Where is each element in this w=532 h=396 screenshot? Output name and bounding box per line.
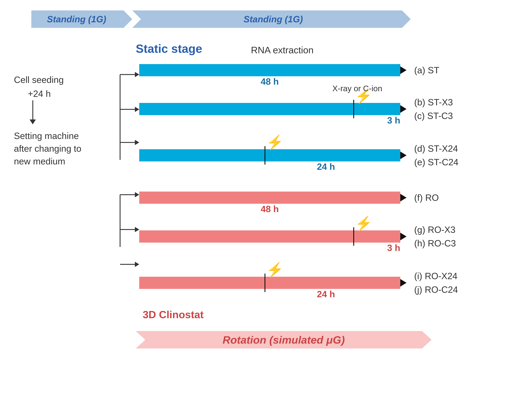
- timeline-row-bc: ⚡ X-ray or C-ion 3 h (b) ST-X3 (c) ST-C3: [139, 95, 518, 122]
- arrow-ij: [400, 279, 406, 287]
- xray-label: X-ray or C-ion: [332, 84, 382, 93]
- timelines-container: 48 h (a) ST ⚡ X-ray or C-ion: [139, 64, 518, 320]
- setting-machine-text: Setting machineafter changing tonew medi…: [14, 129, 81, 168]
- tick-bc: [353, 100, 354, 118]
- time-label-gh: 3 h: [387, 243, 400, 253]
- time-label-bc: 3 h: [387, 115, 400, 126]
- time-label-de: 24 h: [317, 161, 335, 172]
- lightning-de: ⚡: [266, 135, 284, 149]
- lightning-ij: ⚡: [266, 263, 284, 277]
- timeline-row-de: ⚡ 24 h (d) ST-X24 (e) ST-C24: [139, 142, 518, 169]
- standing-left-label: Standing (1G): [47, 14, 106, 24]
- tick-gh: [353, 227, 354, 246]
- bar-a: [139, 64, 400, 76]
- svg-marker-5: [135, 107, 139, 112]
- diagram-area: Cell seeding +24 h Setting machineafter …: [14, 64, 518, 320]
- standing-left-arrow: Standing (1G): [31, 11, 132, 28]
- condition-label-ij: (i) RO-X24 (j) RO-C24: [414, 269, 458, 296]
- svg-marker-7: [135, 140, 139, 145]
- plus24h-text: +24 h: [28, 88, 51, 99]
- tick-ij: [264, 274, 265, 292]
- standing-right-arrow: Standing (1G): [132, 11, 411, 28]
- timeline-row-a: 48 h (a) ST: [139, 64, 518, 76]
- svg-marker-2: [135, 72, 139, 77]
- condition-label-de: (d) ST-X24 (e) ST-C24: [414, 142, 458, 169]
- condition-label-bc: (b) ST-X3 (c) ST-C3: [414, 95, 453, 122]
- bar-bc: [139, 103, 400, 115]
- rotation-arrow-container: Rotation (simulated μG): [136, 331, 432, 349]
- standing-right-label: Standing (1G): [244, 14, 303, 24]
- svg-marker-14: [135, 262, 139, 267]
- svg-marker-12: [135, 227, 139, 232]
- clinostat-label: 3D Clinostat: [143, 309, 518, 320]
- center-panel: 48 h (a) ST ⚡ X-ray or C-ion: [101, 64, 518, 320]
- svg-marker-10: [135, 192, 139, 197]
- condition-label-f: (f) RO: [414, 192, 439, 203]
- time-label-f: 48 h: [261, 204, 279, 214]
- top-arrows-row: Standing (1G) Standing (1G): [31, 11, 518, 28]
- arrow-bc: [400, 105, 406, 113]
- arrow-a: [400, 66, 406, 74]
- condition-label-a: (a) ST: [414, 65, 439, 76]
- timeline-row-ij: ⚡ 24 h (i) RO-X24 (j) RO-C24: [139, 269, 518, 296]
- time-label-ij: 24 h: [317, 289, 335, 299]
- tick-de: [264, 146, 265, 165]
- bar-ij: [139, 277, 400, 289]
- left-panel: Cell seeding +24 h Setting machineafter …: [14, 64, 101, 320]
- main-container: Standing (1G) Standing (1G) Static stage…: [0, 0, 532, 396]
- static-stage-label: Static stage: [136, 42, 202, 55]
- rna-extraction-label: RNA extraction: [251, 45, 314, 55]
- time-label-a: 48 h: [261, 76, 279, 87]
- timeline-row-f: 48 h (f) RO: [139, 192, 518, 204]
- arrow-f: [400, 194, 406, 202]
- bar-f: [139, 192, 400, 204]
- lightning-gh: ⚡: [355, 216, 372, 230]
- branch-svg: [101, 64, 139, 343]
- rotation-arrow: Rotation (simulated μG): [136, 331, 432, 349]
- cell-seeding-text: Cell seeding: [14, 75, 64, 85]
- timeline-row-gh: ⚡ 3 h (g) RO-X3 (h) RO-C3: [139, 223, 518, 250]
- condition-label-gh: (g) RO-X3 (h) RO-C3: [414, 223, 456, 250]
- arrow-gh: [400, 233, 406, 240]
- arrow-de: [400, 151, 406, 159]
- rotation-label: Rotation (simulated μG): [223, 334, 345, 346]
- bar-gh: [139, 230, 400, 243]
- bar-de: [139, 149, 400, 161]
